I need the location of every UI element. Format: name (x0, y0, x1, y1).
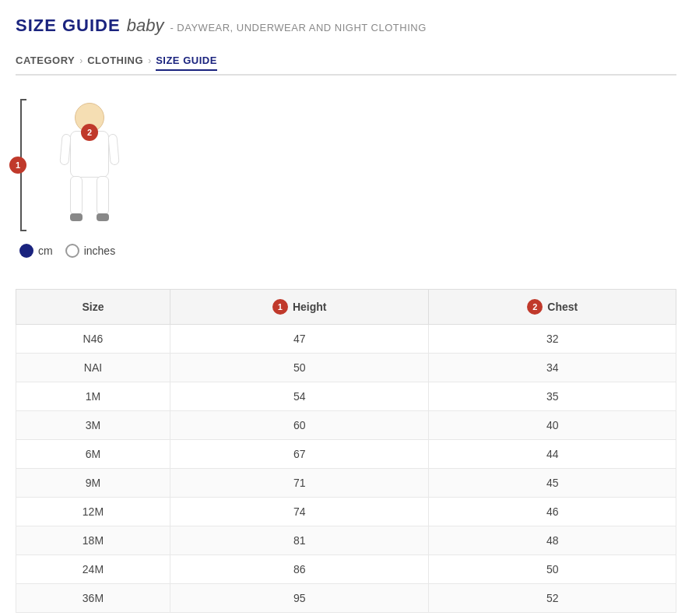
cell-size: 18M (16, 526, 170, 555)
cell-height: 74 (170, 498, 429, 526)
cell-size: N46 (16, 325, 170, 354)
cell-size: 3M (16, 411, 170, 440)
cell-height: 54 (170, 382, 429, 411)
cell-height: 81 (170, 526, 429, 555)
figure-area: 1 2 (16, 99, 676, 258)
cell-chest: 40 (429, 411, 676, 440)
breadcrumb-size-guide[interactable]: SIZE GUIDE (156, 55, 217, 71)
cell-size: 36M (16, 584, 170, 613)
cell-chest: 45 (429, 469, 676, 498)
cell-chest: 44 (429, 440, 676, 469)
table-row: NAI5034 (16, 354, 676, 382)
cell-size: 6M (16, 440, 170, 469)
table-row: 24M8650 (16, 555, 676, 584)
cell-chest: 35 (429, 382, 676, 411)
baby-shoe-left (70, 213, 83, 221)
breadcrumb-sep-2: › (148, 55, 151, 66)
marker-1: 1 (9, 157, 26, 174)
cell-size: 24M (16, 555, 170, 584)
cell-height: 86 (170, 555, 429, 584)
baby-figure: 2 (54, 103, 125, 224)
title-baby: baby (127, 16, 164, 36)
page-container: SIZE GUIDE baby - DAYWEAR, UNDERWEAR AND… (0, 0, 692, 616)
cell-size: 12M (16, 498, 170, 526)
table-row: 36M9552 (16, 584, 676, 613)
breadcrumb-clothing[interactable]: CLOTHING (87, 55, 143, 66)
marker-2: 2 (81, 124, 98, 141)
cell-height: 95 (170, 584, 429, 613)
baby-body: 2 (70, 131, 109, 178)
page-title-area: SIZE GUIDE baby - DAYWEAR, UNDERWEAR AND… (16, 16, 676, 36)
radio-cm[interactable] (19, 244, 33, 258)
table-row: 12M7446 (16, 498, 676, 526)
unit-inches-label: inches (84, 245, 115, 257)
table-row: 3M6040 (16, 411, 676, 440)
unit-toggle: cm inches (19, 244, 115, 258)
cell-height: 50 (170, 354, 429, 382)
table-row: 6M6744 (16, 440, 676, 469)
table-row: 18M8148 (16, 526, 676, 555)
col-header-size: Size (16, 290, 170, 325)
breadcrumb-sep-1: › (79, 55, 83, 66)
unit-cm-label: cm (38, 245, 53, 257)
cell-chest: 46 (429, 498, 676, 526)
col-header-chest: 2 Chest (429, 290, 676, 325)
cell-size: 9M (16, 469, 170, 498)
baby-leg-right (97, 176, 109, 215)
baby-leg-left (70, 176, 83, 215)
cell-size: 1M (16, 382, 170, 411)
chest-badge: 2 (527, 299, 543, 315)
cell-chest: 52 (429, 584, 676, 613)
breadcrumb: CATEGORY › CLOTHING › SIZE GUIDE (16, 47, 676, 76)
unit-cm-option[interactable]: cm (19, 244, 53, 258)
cell-chest: 50 (429, 555, 676, 584)
radio-inches[interactable] (65, 244, 79, 258)
cell-chest: 32 (429, 325, 676, 354)
cell-height: 47 (170, 325, 429, 354)
unit-inches-option[interactable]: inches (65, 244, 115, 258)
cell-height: 67 (170, 440, 429, 469)
baby-shoe-right (97, 213, 109, 221)
breadcrumb-category[interactable]: CATEGORY (16, 55, 75, 66)
cell-chest: 48 (429, 526, 676, 555)
table-row: 1M5435 (16, 382, 676, 411)
content-area: 1 2 (16, 99, 676, 613)
baby-figure-wrapper: 1 2 (31, 99, 148, 231)
height-badge: 1 (272, 299, 288, 315)
col-header-height: 1 Height (170, 290, 429, 325)
cell-height: 71 (170, 469, 429, 498)
baby-arm-right (107, 134, 119, 166)
cell-height: 60 (170, 411, 429, 440)
title-subtitle: - DAYWEAR, UNDERWEAR AND NIGHT CLOTHING (170, 22, 426, 33)
table-row: N464732 (16, 325, 676, 354)
table-body: N464732NAI50341M54353M60406M67449M714512… (16, 325, 676, 613)
cell-chest: 34 (429, 354, 676, 382)
table-header-row: Size 1 Height 2 Chest (16, 290, 676, 325)
size-table: Size 1 Height 2 Chest (16, 289, 676, 613)
title-size-guide: SIZE GUIDE (16, 16, 121, 36)
table-row: 9M7145 (16, 469, 676, 498)
cell-size: NAI (16, 354, 170, 382)
